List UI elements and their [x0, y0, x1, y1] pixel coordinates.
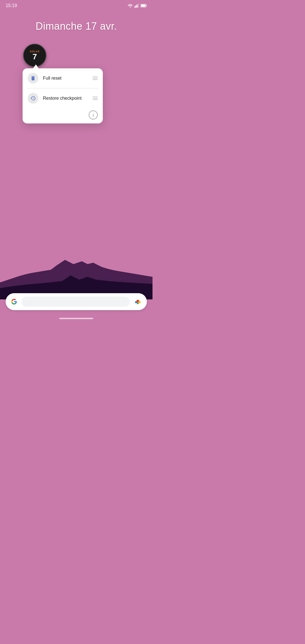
trash-icon — [30, 75, 36, 81]
menu-pointer — [33, 64, 39, 68]
google-logo-icon — [10, 298, 18, 306]
restore-checkpoint-item[interactable]: Restore checkpoint — [23, 88, 103, 108]
svg-rect-1 — [136, 5, 136, 8]
full-reset-icon-circle — [28, 73, 38, 84]
restore-icon — [30, 95, 36, 101]
nav-bar — [59, 318, 93, 319]
full-reset-drag-handle[interactable] — [93, 77, 98, 80]
svg-rect-5 — [146, 5, 147, 6]
svg-rect-2 — [137, 5, 138, 8]
menu-info-row: i — [23, 108, 103, 123]
mountain-silhouette — [0, 249, 152, 299]
context-menu: Full reset Restore checkpoint i — [23, 68, 103, 123]
restore-checkpoint-icon-circle — [28, 93, 38, 104]
app-icon-number: 7 — [32, 53, 37, 61]
wifi-icon — [128, 4, 133, 8]
svg-point-11 — [138, 301, 141, 303]
full-reset-label: Full reset — [43, 76, 88, 81]
full-reset-item[interactable]: Full reset — [23, 68, 103, 88]
restore-checkpoint-drag-handle[interactable] — [93, 97, 98, 100]
google-assistant-icon[interactable] — [133, 297, 142, 306]
date-text: Dimanche 17 avr. — [0, 20, 152, 32]
status-icons — [128, 4, 147, 8]
svg-rect-0 — [134, 6, 135, 8]
info-button[interactable]: i — [89, 110, 98, 119]
battery-icon — [141, 4, 147, 7]
info-icon-label: i — [93, 113, 94, 118]
restore-checkpoint-label: Restore checkpoint — [43, 96, 88, 101]
status-time: 15:19 — [6, 3, 17, 8]
app-icon-container[interactable]: SOLVE 7 — [23, 44, 46, 67]
app-icon[interactable]: SOLVE 7 — [23, 44, 46, 67]
search-bar[interactable] — [6, 293, 147, 310]
status-bar: 15:19 — [0, 0, 152, 11]
signal-icon — [134, 4, 139, 8]
svg-rect-3 — [138, 4, 139, 8]
svg-point-12 — [137, 303, 139, 304]
svg-rect-6 — [141, 5, 145, 7]
search-input[interactable] — [21, 297, 130, 307]
search-bar-container[interactable] — [6, 293, 147, 310]
